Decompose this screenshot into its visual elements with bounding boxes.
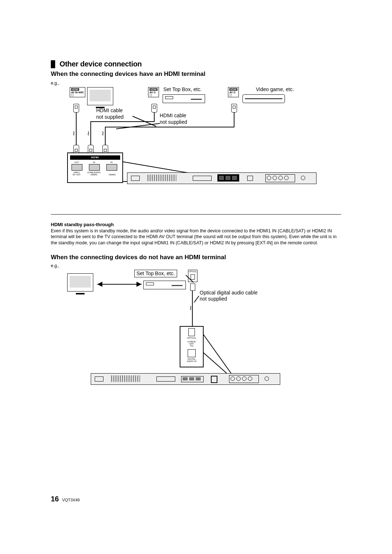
hdmi-diagram: Set Top Box, etc. Video game, etc. HDMI … bbox=[51, 87, 341, 200]
plug-icon bbox=[73, 143, 79, 154]
hdmi-port-panel: HDMI OUT IN IN (ARC) AV OUT (CABLE/SAT) … bbox=[67, 152, 123, 183]
passthrough-title: HDMI standby pass-through bbox=[51, 222, 341, 227]
passthrough-body: Even if this system is in standby mode, … bbox=[51, 228, 341, 246]
doc-id: VQT3X49 bbox=[62, 498, 79, 502]
nonhdmi-subtitle: When the connecting devices do not have … bbox=[51, 254, 341, 261]
section-accent-bar bbox=[51, 60, 55, 68]
nonhdmi-diagram: Set Top Box, etc. Optical digital audio … bbox=[51, 270, 341, 400]
cable-break-icon: ≀ bbox=[189, 306, 192, 310]
section-title: Other device connection bbox=[60, 60, 142, 68]
svg-marker-1 bbox=[97, 282, 102, 287]
page-footer: 16 VQT3X49 bbox=[51, 495, 80, 503]
hdmi-word-strip: HDMI bbox=[70, 155, 120, 160]
unit-rear-panel bbox=[91, 373, 280, 385]
optical-port-panel: OPTICAL (CABLE/ SAT/ TV) DIGITAL AUDIO I… bbox=[180, 326, 204, 367]
section-title-row: Other device connection bbox=[51, 60, 341, 68]
unit-rear-panel bbox=[127, 172, 317, 184]
svg-marker-2 bbox=[136, 282, 142, 287]
divider bbox=[51, 214, 341, 215]
plug-icon bbox=[102, 143, 108, 154]
page-number: 16 bbox=[51, 495, 59, 503]
eg-label-2: e.g., bbox=[51, 263, 341, 268]
hdmi-subtitle: When the connecting devices have an HDMI… bbox=[51, 70, 341, 78]
svg-line-5 bbox=[194, 296, 199, 302]
plug-icon bbox=[88, 143, 94, 154]
cable-break-icon: ≀ bbox=[87, 131, 90, 135]
eg-label-1: e.g., bbox=[51, 81, 341, 86]
cable-break-icon: ≀ bbox=[73, 131, 75, 135]
svg-line-3 bbox=[186, 275, 193, 282]
cable-break-icon: ≀ bbox=[102, 131, 104, 135]
